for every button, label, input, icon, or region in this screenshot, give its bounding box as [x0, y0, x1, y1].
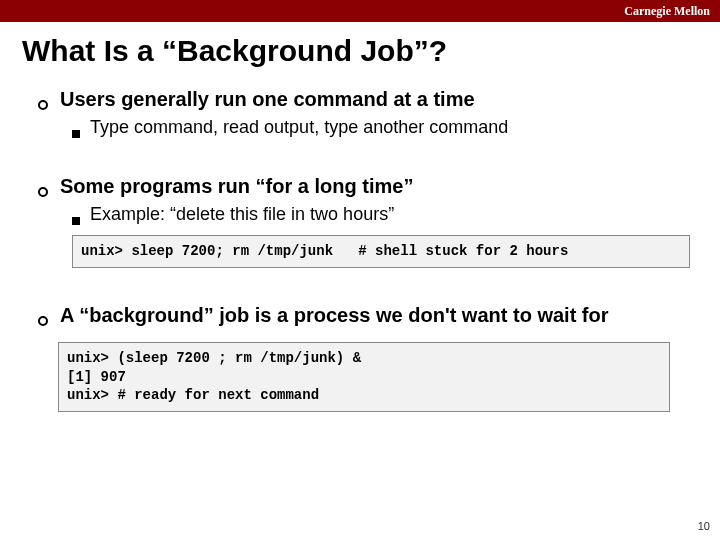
- code-block: unix> sleep 7200; rm /tmp/junk # shell s…: [72, 235, 690, 268]
- slide: Carnegie Mellon What Is a “Background Jo…: [0, 0, 720, 540]
- page-number: 10: [698, 520, 710, 532]
- brand-bar: Carnegie Mellon: [0, 0, 720, 22]
- brand-text: Carnegie Mellon: [624, 4, 710, 19]
- hollow-circle-icon: [38, 316, 48, 326]
- bullet-text: Users generally run one command at a tim…: [60, 86, 475, 112]
- square-bullet-icon: [72, 217, 80, 225]
- sub-list-item: Type command, read output, type another …: [72, 116, 690, 139]
- bullet-text: Some programs run “for a long time”: [60, 173, 413, 199]
- bullet-text: A “background” job is a process we don't…: [60, 302, 609, 328]
- sub-bullet-text: Example: “delete this file in two hours”: [90, 203, 394, 226]
- sub-list-item: Example: “delete this file in two hours”: [72, 203, 690, 226]
- list-item: Users generally run one command at a tim…: [38, 86, 690, 112]
- list-item: Some programs run “for a long time”: [38, 173, 690, 199]
- list-item: A “background” job is a process we don't…: [38, 302, 690, 328]
- slide-title: What Is a “Background Job”?: [0, 22, 720, 86]
- hollow-circle-icon: [38, 100, 48, 110]
- square-bullet-icon: [72, 130, 80, 138]
- slide-body: Users generally run one command at a tim…: [0, 86, 720, 412]
- sub-bullet-text: Type command, read output, type another …: [90, 116, 508, 139]
- hollow-circle-icon: [38, 187, 48, 197]
- code-block: unix> (sleep 7200 ; rm /tmp/junk) & [1] …: [58, 342, 670, 413]
